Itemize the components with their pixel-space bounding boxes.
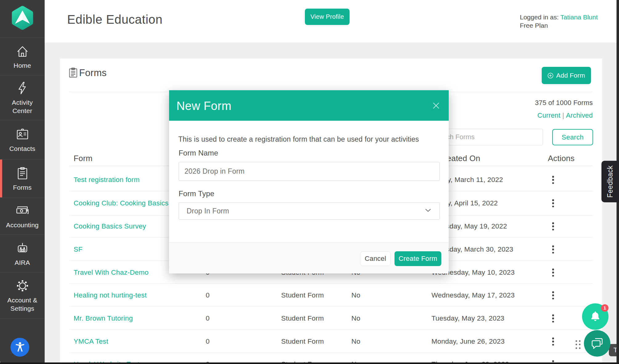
chat-icon [590, 336, 604, 351]
form-name-link[interactable]: Travel With Chaz-Demo [74, 261, 148, 284]
table-row: Mr. Brown Tutoring0Student FormNoTuesday… [69, 307, 593, 330]
form-name-link[interactable]: Cooking Basics Survey [74, 215, 146, 238]
close-icon[interactable] [433, 102, 439, 109]
form-name-label: Form Name [179, 149, 218, 157]
row-actions-menu[interactable] [552, 284, 561, 307]
kebab-menu-icon [552, 245, 554, 253]
user-name-link[interactable]: Tatiana Blunt [560, 14, 598, 21]
sidebar-item-contacts[interactable]: Contacts [0, 120, 45, 159]
sidebar-divider [0, 318, 45, 319]
contacts-icon [15, 127, 30, 142]
row-actions-menu[interactable] [552, 192, 561, 215]
form-type-selected-value: Drop In Form [187, 203, 229, 219]
drag-handle-icon[interactable] [575, 339, 581, 350]
sidebar-item-label: AIRA [15, 258, 30, 267]
form-submissions: 0 [206, 307, 210, 330]
forms-quota: 375 of 1000 Forms [535, 99, 593, 107]
form-name-link[interactable]: Healing not hurting-test [74, 284, 147, 307]
feedback-tab[interactable]: Feedback [601, 161, 619, 202]
row-actions-menu[interactable] [552, 330, 561, 353]
sidebar-item-forms[interactable]: Forms [0, 160, 45, 197]
column-header-actions: Actions [548, 154, 575, 163]
row-actions-menu[interactable] [552, 215, 561, 238]
new-form-modal: New Form This is used to create a regist… [169, 90, 449, 273]
form-type: Student Form [281, 284, 324, 307]
app-logo[interactable] [0, 0, 45, 38]
form-type: Student Form [281, 307, 324, 330]
sidebar-item-aira[interactable]: AIRA [0, 235, 45, 272]
filter-current-link[interactable]: Current [537, 111, 560, 119]
form-created-on: Tuesday, May 23, 2023 [431, 307, 504, 330]
logged-in-as: Logged in as: Tatiana Blunt [520, 13, 598, 21]
sidebar-item-activity-center[interactable]: Activity Center [0, 75, 45, 120]
accessibility-button[interactable] [10, 338, 29, 357]
sidebar-item-label: Account & Settings [7, 296, 38, 313]
create-form-button[interactable]: Create Form [394, 251, 441, 266]
view-profile-button[interactable]: View Profile [305, 9, 350, 25]
row-actions-menu[interactable] [552, 238, 561, 261]
activity-icon [15, 81, 30, 95]
login-info: Logged in as: Tatiana Blunt Free Plan [520, 13, 598, 30]
plus-circle-icon [548, 73, 553, 79]
accounting-icon [15, 203, 30, 218]
accessibility-icon [14, 341, 26, 354]
kebab-menu-icon [552, 199, 554, 207]
sidebar-item-account-settings[interactable]: Account & Settings [0, 273, 45, 318]
feedback-label: Feedback [606, 165, 614, 198]
kebab-menu-icon [552, 338, 554, 346]
robot-icon [15, 241, 30, 256]
filter-archived-link[interactable]: Archived [566, 111, 593, 119]
cancel-button[interactable]: Cancel [360, 251, 391, 266]
forms-icon [15, 166, 30, 180]
home-icon [15, 44, 30, 59]
form-created-on: Wednesday, May 17, 2023 [431, 284, 515, 307]
form-submissions: 0 [206, 284, 210, 307]
form-submissions: 0 [206, 330, 210, 353]
active-item-indicator [0, 160, 2, 197]
form-name-link[interactable]: Cooking Club: Cooking Basics [74, 192, 168, 215]
page-title: Edible Education [67, 13, 163, 26]
sidebar-item-label: Accounting [6, 221, 39, 229]
modal-header: New Form [169, 90, 449, 121]
bell-icon [589, 309, 602, 324]
kebab-menu-icon [552, 291, 554, 299]
row-actions-menu[interactable] [552, 168, 561, 192]
window-bottom-edge [0, 362, 619, 364]
hexagon-arrow-logo-icon [11, 6, 34, 32]
form-archived: No [351, 307, 360, 330]
notification-badge: 1 [601, 304, 609, 312]
kebab-menu-icon [552, 222, 554, 230]
form-name-link[interactable]: Test registration form [74, 168, 140, 192]
table-row: Healing not hurting-test0Student FormNoW… [69, 284, 593, 307]
search-button[interactable]: Search [552, 129, 593, 145]
sidebar-item-label: Home [14, 61, 31, 70]
row-actions-menu[interactable] [552, 261, 561, 284]
chat-button[interactable] [584, 330, 610, 357]
gear-icon [15, 278, 30, 293]
form-type-label: Form Type [179, 189, 214, 198]
add-form-button[interactable]: Add Form [542, 67, 591, 84]
form-name-link[interactable]: Mr. Brown Tutoring [74, 307, 133, 330]
sidebar-item-label: Forms [13, 183, 32, 192]
sidebar: Home Activity Center Contacts [0, 0, 45, 364]
sidebar-item-label: Activity Center [12, 98, 33, 115]
chevron-down-icon [424, 208, 432, 214]
form-name-link[interactable]: YMCA Test [74, 330, 108, 353]
form-name-input[interactable] [179, 162, 440, 181]
top-header: Edible Education View Profile Logged in … [45, 0, 619, 42]
modal-description: This is used to create a registration fo… [178, 135, 419, 144]
form-type-select[interactable]: Drop In Form [179, 202, 440, 220]
kebab-menu-icon [552, 314, 554, 322]
row-actions-menu[interactable] [552, 307, 561, 330]
table-row: YMCA Test0Student FormNoMonday, June 26,… [69, 330, 593, 353]
column-header-form: Form [74, 154, 92, 163]
form-name-link[interactable]: SF [74, 238, 83, 261]
kebab-menu-icon [552, 176, 554, 184]
form-created-on: Monday, June 26, 2023 [431, 330, 505, 353]
modal-title: New Form [176, 99, 231, 113]
plan-label: Free Plan [520, 21, 598, 30]
kebab-menu-icon [552, 269, 554, 277]
sidebar-item-accounting[interactable]: Accounting [0, 198, 45, 235]
clipboard-icon [69, 68, 77, 79]
sidebar-item-home[interactable]: Home [0, 38, 45, 75]
